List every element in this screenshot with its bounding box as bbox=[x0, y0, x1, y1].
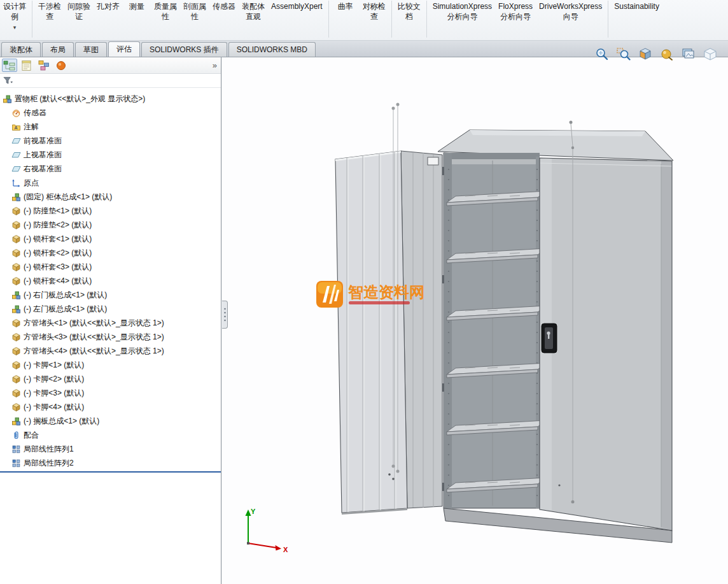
clearance-verification-button[interactable]: 间隙验证 bbox=[64, 0, 94, 22]
rollback-bar[interactable] bbox=[0, 471, 221, 473]
assemblyxpert-button[interactable]: AssemblyXpert bbox=[268, 0, 326, 11]
right-door[interactable] bbox=[540, 158, 672, 531]
ribbon-group-separator bbox=[328, 1, 329, 38]
tree-item[interactable]: (-) 防撞垫<2> (默认) bbox=[0, 218, 221, 232]
assembly-visualization-button[interactable]: 装配体直观 bbox=[239, 0, 268, 22]
tree-item[interactable]: 局部线性阵列1 bbox=[0, 442, 221, 456]
section-view-icon[interactable] bbox=[637, 47, 653, 61]
filter-icon[interactable] bbox=[3, 76, 13, 85]
tree-item-root[interactable]: 置物柜 (默认<<默认>_外观 显示状态>) bbox=[0, 92, 221, 106]
tree-item[interactable]: 前视基准面 bbox=[0, 134, 221, 148]
tree-item[interactable]: 配合 bbox=[0, 428, 221, 442]
edit-appearance-icon[interactable] bbox=[659, 47, 675, 61]
tree-item[interactable]: (-) 锁杆套<2> (默认) bbox=[0, 246, 221, 260]
tree-item-label: 右视基准面 bbox=[24, 164, 62, 174]
tree-item-label: (-) 防撞垫<2> (默认) bbox=[24, 220, 92, 231]
pattern-icon bbox=[11, 459, 21, 468]
tree-item[interactable]: 方管堵头<4> (默认<<默认>_显示状态 1>) bbox=[0, 344, 221, 358]
driveworksxpress-wizard-button[interactable]: DriveWorksXpress向导 bbox=[536, 0, 605, 22]
tab-solidworks-mbd[interactable]: SOLIDWORKS MBD bbox=[228, 42, 316, 57]
design-study-button[interactable]: 设计算例▾ bbox=[0, 0, 29, 31]
tree-item-label: 局部线性阵列2 bbox=[24, 458, 74, 469]
zoom-fit-icon[interactable] bbox=[594, 47, 610, 61]
tree-item[interactable]: (-) 搁板总成<1> (默认) bbox=[0, 414, 221, 428]
tree-item[interactable]: (-) 卡脚<4> (默认) bbox=[0, 400, 221, 414]
tree-item[interactable]: 上视基准面 bbox=[0, 148, 221, 162]
panel-header-tabs bbox=[2, 59, 69, 72]
tree-item-label: (-) 左门板总成<1> (默认) bbox=[24, 304, 107, 315]
tab-sketch[interactable]: 草图 bbox=[75, 42, 107, 57]
ribbon-group-separator bbox=[32, 1, 32, 38]
open-left-door[interactable] bbox=[335, 151, 442, 515]
tree-item[interactable]: (-) 卡脚<1> (默认) bbox=[0, 358, 221, 372]
tree-item[interactable]: 原点 bbox=[0, 176, 221, 190]
compare-documents-button[interactable]: 比较文档 bbox=[395, 0, 424, 22]
displaymanager-tab-icon[interactable] bbox=[53, 59, 69, 72]
part-icon bbox=[11, 248, 21, 258]
cabinet-interior[interactable] bbox=[444, 153, 547, 508]
tree-item[interactable]: (固定) 柜体总成<1> (默认) bbox=[0, 190, 221, 204]
panel-splitter[interactable] bbox=[222, 301, 228, 329]
part-icon bbox=[11, 276, 21, 286]
featuremanager-tab-icon[interactable] bbox=[2, 59, 17, 72]
propertymanager-tab-icon[interactable] bbox=[19, 59, 34, 72]
graphics-viewport[interactable]: 智造资料网 Y X bbox=[222, 57, 728, 584]
plane-icon bbox=[11, 164, 21, 174]
ribbon-group-separator bbox=[608, 1, 608, 38]
floxpress-wizard-button[interactable]: FloXpress分析向导 bbox=[495, 0, 536, 22]
symmetry-check-button[interactable]: 对称检查 bbox=[360, 0, 389, 22]
tree-item[interactable]: 传感器 bbox=[0, 106, 221, 120]
section-properties-button[interactable]: 剖面属性 bbox=[180, 0, 209, 22]
tree-item[interactable]: 右视基准面 bbox=[0, 162, 221, 176]
tree-item[interactable]: (-) 右门板总成<1> (默认) bbox=[0, 288, 221, 302]
zoom-area-icon[interactable] bbox=[615, 47, 631, 61]
tree-item-label: 置物柜 (默认<<默认>_外观 显示状态>) bbox=[15, 94, 145, 104]
part-icon bbox=[11, 360, 21, 370]
asm-icon bbox=[11, 192, 21, 202]
part-icon bbox=[11, 346, 21, 356]
tree-item[interactable]: 局部线性阵列2 bbox=[0, 456, 221, 470]
tree-item[interactable]: (-) 左门板总成<1> (默认) bbox=[0, 302, 221, 316]
door-lock-handle[interactable] bbox=[542, 324, 557, 353]
feature-tree: 置物柜 (默认<<默认>_外观 显示状态>)传感器A注解前视基准面上视基准面右视… bbox=[0, 88, 221, 584]
simulationxpress-wizard-button[interactable]: SimulationXpress分析向导 bbox=[430, 0, 495, 22]
tree-item[interactable]: (-) 防撞垫<1> (默认) bbox=[0, 204, 221, 218]
tree-item[interactable]: (-) 卡脚<2> (默认) bbox=[0, 372, 221, 386]
tree-item-label: (-) 卡脚<1> (默认) bbox=[24, 360, 84, 371]
tab-evaluate[interactable]: 评估 bbox=[108, 41, 140, 57]
apply-scene-icon[interactable] bbox=[680, 47, 696, 61]
tree-item[interactable]: 方管堵头<1> (默认<<默认>_显示状态 1>) bbox=[0, 316, 221, 330]
door-latch[interactable] bbox=[428, 157, 438, 165]
tree-item[interactable]: 方管堵头<3> (默认<<默认>_显示状态 1>) bbox=[0, 330, 221, 344]
measure-button[interactable]: 测量 bbox=[123, 0, 151, 11]
sensor-button[interactable]: 传感器 bbox=[209, 0, 239, 11]
part-icon bbox=[11, 262, 21, 272]
tree-item[interactable]: (-) 锁杆套<1> (默认) bbox=[0, 232, 221, 246]
tree-item[interactable]: A注解 bbox=[0, 120, 221, 134]
mass-properties-button[interactable]: 质量属性 bbox=[151, 0, 180, 22]
tree-item[interactable]: (-) 锁杆套<4> (默认) bbox=[0, 274, 221, 288]
tree-filter-row[interactable] bbox=[0, 74, 221, 88]
configurationmanager-tab-icon[interactable] bbox=[36, 59, 52, 72]
tree-item[interactable]: (-) 卡脚<3> (默认) bbox=[0, 386, 221, 400]
interference-detection-button[interactable]: 干涉检查 bbox=[35, 0, 64, 22]
watermark: 智造资料网 bbox=[316, 281, 424, 308]
tree-item-label: 传感器 bbox=[24, 108, 46, 118]
feature-manager-panel: » 置物柜 (默认<<默认>_外观 显示状态>)传感器A注解前视基准面上视基准面… bbox=[0, 57, 221, 584]
panel-overflow-chevron[interactable]: » bbox=[213, 61, 217, 70]
tree-item[interactable]: (-) 锁杆套<3> (默认) bbox=[0, 260, 221, 274]
tab-layout[interactable]: 布局 bbox=[42, 42, 74, 57]
tab-assembly[interactable]: 装配体 bbox=[1, 42, 41, 57]
tree-item-label: (-) 卡脚<3> (默认) bbox=[24, 388, 84, 399]
hole-alignment-button[interactable]: 孔对齐 bbox=[94, 0, 123, 11]
part-icon bbox=[11, 234, 21, 244]
tree-item-label: (-) 卡脚<4> (默认) bbox=[24, 402, 84, 413]
sustainability-button[interactable]: Sustainability bbox=[611, 0, 662, 11]
heads-up-view-toolbar bbox=[594, 47, 718, 61]
tree-item-label: (固定) 柜体总成<1> (默认) bbox=[24, 192, 112, 203]
cabinet-3d-view[interactable]: 智造资料网 Y X bbox=[222, 57, 728, 584]
view-orientation-cube-icon[interactable] bbox=[702, 47, 718, 61]
tab-solidworks-addins[interactable]: SOLIDWORKS 插件 bbox=[141, 42, 227, 57]
curvature-button[interactable]: 曲率 bbox=[332, 0, 360, 11]
panel-header: » bbox=[0, 57, 221, 74]
